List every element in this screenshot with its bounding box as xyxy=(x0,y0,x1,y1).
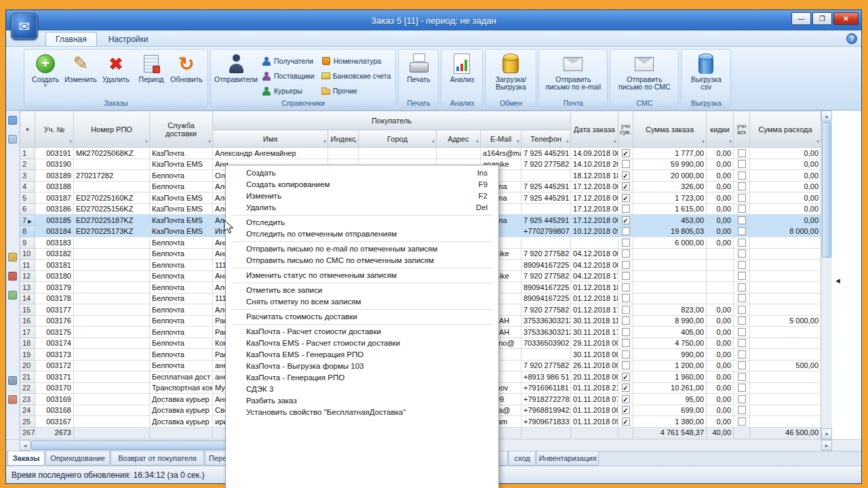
row-checkbox-cell[interactable] xyxy=(618,282,633,293)
column-header[interactable]: Телефон▼ xyxy=(521,130,571,148)
row-checkbox-cell[interactable]: ✓ xyxy=(618,148,633,159)
close-button[interactable]: ✕ xyxy=(833,12,859,25)
ribbon-button-анализ[interactable]: Анализ xyxy=(445,51,479,83)
row-checkbox-cell[interactable] xyxy=(618,159,633,170)
column-header[interactable]: Сумма заказа▼ xyxy=(633,111,707,148)
checkbox[interactable] xyxy=(622,283,630,291)
checkbox[interactable] xyxy=(738,317,746,325)
ribbon-button-печать[interactable]: Печать xyxy=(402,51,435,83)
checkbox[interactable] xyxy=(622,205,630,213)
column-header[interactable]: Номер РПО▼ xyxy=(74,111,150,148)
row-checkbox-cell[interactable] xyxy=(618,226,633,237)
checkbox[interactable] xyxy=(738,249,746,258)
checkbox[interactable] xyxy=(622,361,630,369)
row-checkbox-cell[interactable] xyxy=(734,170,750,182)
doc-tab-0[interactable]: Заказы xyxy=(7,451,45,466)
context-menu-item[interactable]: Отследить по отмеченным отправлениям xyxy=(226,228,498,240)
column-header[interactable]: Служба доставки▼ xyxy=(150,111,213,148)
row-checkbox-cell[interactable] xyxy=(734,293,750,304)
filter-icon[interactable]: ▼ xyxy=(475,138,479,146)
column-header[interactable]: Сумма расхода▼ xyxy=(750,111,821,148)
ribbon-button-обновить[interactable]: Обновить xyxy=(169,51,204,83)
column-header[interactable]: E-Mail▼ xyxy=(481,130,521,148)
checkbox[interactable] xyxy=(738,283,746,291)
filter-icon[interactable]: ▼ xyxy=(816,138,820,146)
scroll-up-icon[interactable]: ▲ xyxy=(821,110,832,121)
filter-icon[interactable]: ▼ xyxy=(701,138,705,146)
checkbox[interactable] xyxy=(738,149,746,157)
doc-tab-6[interactable]: Инвентаризация xyxy=(536,451,599,466)
ribbon-button-выгрузка[interactable]: Выгрузкаcsv xyxy=(685,51,727,91)
row-checkbox-cell[interactable] xyxy=(734,282,750,293)
row-checkbox-cell[interactable] xyxy=(734,248,750,260)
checkbox[interactable] xyxy=(738,361,746,369)
row-checkbox-cell[interactable] xyxy=(734,181,750,192)
row-checkbox-cell[interactable] xyxy=(734,371,750,383)
collapse-panel-arrow[interactable]: ◄ xyxy=(834,277,842,285)
checkbox[interactable] xyxy=(738,373,746,381)
ribbon-button-создать[interactable]: Создать▾ xyxy=(28,51,63,87)
checkbox[interactable] xyxy=(622,306,630,314)
row-checkbox-cell[interactable]: ✓ xyxy=(618,215,633,226)
filter-icon[interactable]: ▼ xyxy=(728,138,732,146)
maximize-button[interactable]: ❒ xyxy=(812,12,832,25)
checkbox[interactable] xyxy=(622,294,630,302)
doc-tab-5[interactable]: сход xyxy=(509,451,536,466)
row-checkbox-cell[interactable] xyxy=(734,349,750,361)
context-menu-item[interactable]: Снять отметку по всем записям xyxy=(226,296,498,308)
checkbox[interactable] xyxy=(622,227,630,235)
checkbox[interactable] xyxy=(738,350,746,359)
scroll-left-icon[interactable]: ◄ xyxy=(20,440,31,451)
column-header[interactable]: Адрес▼ xyxy=(437,130,481,148)
checkbox[interactable] xyxy=(738,239,746,247)
row-checkbox-cell[interactable] xyxy=(618,237,633,249)
column-header[interactable]: учн сум. xyxy=(618,111,633,148)
checkbox[interactable]: ✓ xyxy=(622,182,630,190)
checkbox[interactable]: ✓ xyxy=(622,373,630,381)
context-menu-item[interactable]: Отправить письмо по e-mail по отмеченным… xyxy=(226,243,498,255)
column-header[interactable]: Дата заказа▼ xyxy=(571,111,618,148)
ribbon-button-смс[interactable]: Отправитьписьмо по СМС xyxy=(614,51,675,91)
minimize-button[interactable]: — xyxy=(791,12,811,25)
checkbox[interactable] xyxy=(622,249,630,258)
row-checkbox-cell[interactable] xyxy=(734,260,750,271)
checkbox[interactable]: ✓ xyxy=(622,171,630,180)
scroll-right-icon[interactable]: ► xyxy=(821,440,832,451)
ribbon-button-senders[interactable]: Отправители xyxy=(214,51,258,83)
row-checkbox-cell[interactable] xyxy=(734,382,750,394)
filter-icon[interactable]: ▼ xyxy=(613,138,617,146)
ribbon-button-почта[interactable]: Отправитьписьмо по e-mail xyxy=(542,51,604,91)
row-checkbox-cell[interactable] xyxy=(618,327,633,338)
vertical-scrollbar[interactable]: ▲ ▼ xyxy=(821,110,832,439)
checkbox[interactable] xyxy=(622,261,630,269)
help-icon[interactable]: ? xyxy=(846,33,857,44)
context-menu-item[interactable]: ИзменитьF2 xyxy=(226,190,498,202)
checkbox[interactable] xyxy=(738,418,746,426)
row-checkbox-cell[interactable]: ✓ xyxy=(618,405,633,416)
row-checkbox-cell[interactable]: ✓ xyxy=(618,192,633,204)
filter-icon[interactable]: ▼ xyxy=(208,138,212,146)
left-rail-icon[interactable] xyxy=(8,253,17,262)
titlebar[interactable]: Заказ 5 [11] - период: не задан — ❒ ✕ xyxy=(6,10,861,30)
context-menu-item[interactable]: КазПочта EMS - Расчет стоиости доставки xyxy=(226,338,498,349)
filter-icon[interactable]: ▼ xyxy=(323,138,327,146)
scroll-down-icon[interactable]: ▼ xyxy=(821,428,832,439)
left-rail-icon[interactable] xyxy=(8,272,17,281)
ribbon-tab-0[interactable]: Главная xyxy=(45,32,97,46)
checkbox[interactable] xyxy=(738,328,746,336)
checkbox[interactable]: ✓ xyxy=(622,406,630,414)
row-checkbox-cell[interactable]: ✓ xyxy=(618,394,633,405)
context-menu-item[interactable]: КазПочта EMS - Генерация РПО xyxy=(226,349,498,361)
ribbon-small-button-1[interactable]: Поставщики xyxy=(262,68,315,83)
row-checkbox-cell[interactable] xyxy=(618,270,633,282)
row-checkbox-cell[interactable] xyxy=(734,159,750,170)
checkbox[interactable] xyxy=(622,339,630,347)
context-menu-item[interactable]: УдалитьDel xyxy=(226,202,498,214)
checkbox[interactable]: ✓ xyxy=(622,194,630,202)
row-checkbox-cell[interactable] xyxy=(618,203,633,215)
ribbon-small-button-3[interactable]: Номенклатура xyxy=(321,54,391,68)
vertical-scroll-thumb[interactable] xyxy=(822,122,831,258)
checkbox[interactable] xyxy=(622,328,630,336)
checkbox[interactable] xyxy=(738,182,746,190)
row-checkbox-cell[interactable] xyxy=(618,338,633,349)
